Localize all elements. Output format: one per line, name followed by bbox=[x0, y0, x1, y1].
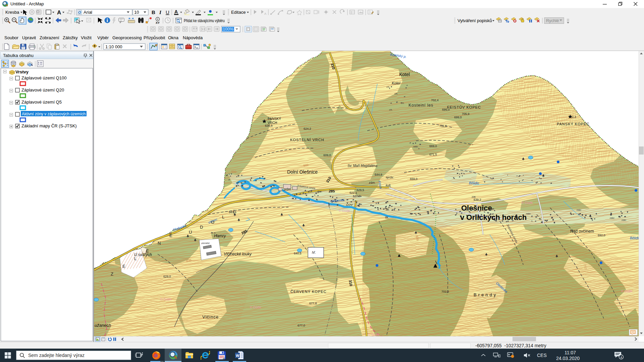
svg-text:A: A bbox=[264, 12, 266, 15]
svg-text:583,6: 583,6 bbox=[229, 210, 236, 214]
svg-text:100%: 100% bbox=[223, 27, 233, 32]
svg-text:L: L bbox=[134, 256, 137, 261]
svg-text:10: 10 bbox=[134, 10, 139, 15]
svg-text:Z: Z bbox=[111, 272, 113, 277]
svg-text:Záplavové území Q100: Záplavové území Q100 bbox=[21, 75, 66, 80]
svg-text:ČOV: ČOV bbox=[346, 203, 353, 206]
svg-text:Ú: Ú bbox=[189, 230, 192, 235]
svg-text:677,0: 677,0 bbox=[298, 324, 305, 327]
svg-text:Olešnice: Olešnice bbox=[461, 204, 492, 212]
svg-text:hř.: hř. bbox=[312, 251, 316, 254]
svg-text:1:10 000: 1:10 000 bbox=[105, 44, 122, 49]
svg-text:677,8: 677,8 bbox=[309, 302, 317, 305]
svg-text:ch.: ch. bbox=[386, 85, 390, 88]
svg-text:669,0: 669,0 bbox=[429, 144, 437, 148]
svg-text:699,0: 699,0 bbox=[454, 116, 462, 119]
svg-text:D: D bbox=[200, 225, 203, 230]
svg-text:© ČÚZK: © ČÚZK bbox=[522, 201, 533, 204]
svg-text:W: W bbox=[236, 354, 239, 358]
svg-text:Aktivní zóny v záplavových úze: Aktivní zóny v záplavových územích bbox=[22, 111, 86, 116]
svg-text:Nad ovčínem: Nad ovčínem bbox=[570, 229, 594, 234]
svg-text:XY: XY bbox=[156, 21, 160, 24]
svg-text:A: A bbox=[57, 9, 61, 16]
svg-text:Kresba: Kresba bbox=[5, 10, 19, 15]
svg-text:v Orlických horách: v Orlických horách bbox=[460, 213, 527, 222]
svg-text:ch.: ch. bbox=[401, 102, 405, 105]
svg-text:590: 590 bbox=[231, 170, 236, 173]
svg-text:N: N bbox=[158, 241, 161, 246]
svg-text:Brendy: Brendy bbox=[474, 292, 497, 297]
svg-text:ch.: ch. bbox=[389, 108, 393, 111]
svg-text:Vytváření popisků: Vytváření popisků bbox=[458, 18, 492, 23]
svg-text:rekr.: rekr. bbox=[413, 145, 419, 148]
svg-text:Hamry: Hamry bbox=[214, 234, 226, 238]
svg-text:659,0: 659,0 bbox=[410, 177, 418, 181]
svg-text:Kosteiní les: Kosteiní les bbox=[409, 103, 433, 108]
svg-text:užanech: užanech bbox=[95, 323, 111, 328]
svg-text:šk.: šk. bbox=[385, 216, 389, 219]
svg-text:E: E bbox=[146, 248, 149, 253]
svg-text:285: 285 bbox=[329, 189, 335, 193]
svg-text:© ČÚZK: © ČÚZK bbox=[368, 333, 380, 336]
svg-text:KOSTELNÍ VRCH: KOSTELNÍ VRCH bbox=[290, 138, 324, 142]
svg-text:zám.: zám. bbox=[369, 181, 376, 184]
svg-text:E: E bbox=[122, 264, 125, 269]
svg-text:Bělidlo: Bělidlo bbox=[630, 236, 639, 240]
svg-text:gar.: gar. bbox=[317, 190, 322, 193]
svg-text:640,5: 640,5 bbox=[294, 252, 302, 255]
svg-text:É: É bbox=[169, 233, 172, 238]
svg-text:Sv. Maří Magdaléna: Sv. Maří Magdaléna bbox=[347, 164, 377, 168]
svg-text:692,0: 692,0 bbox=[598, 234, 605, 237]
svg-text:I: I bbox=[159, 10, 162, 15]
svg-text:Bělidlo: Bělidlo bbox=[469, 181, 479, 185]
svg-text:Vlčinecké louky: Vlčinecké louky bbox=[224, 252, 252, 256]
svg-text:rekr.: rekr. bbox=[610, 217, 615, 220]
svg-text:prům.: prům. bbox=[283, 188, 291, 191]
svg-text:FEISTŮV KOPEC: FEISTŮV KOPEC bbox=[447, 105, 481, 109]
svg-text:U svatých: U svatých bbox=[134, 252, 152, 257]
svg-text:622,2: 622,2 bbox=[353, 194, 361, 198]
svg-text:600: 600 bbox=[303, 163, 309, 167]
svg-text:B: B bbox=[152, 9, 155, 15]
svg-text:správ.: správ. bbox=[386, 176, 394, 179]
svg-text:zeměd.: zeměd. bbox=[201, 242, 210, 245]
svg-text:705,9: 705,9 bbox=[462, 112, 470, 116]
svg-text:702,3: 702,3 bbox=[441, 290, 449, 293]
svg-text:© ČÚZK: © ČÚZK bbox=[621, 290, 633, 293]
svg-text:rekr.: rekr. bbox=[577, 208, 582, 212]
svg-text:609,0: 609,0 bbox=[323, 154, 331, 157]
svg-text:PANSKÝ KOPEC: PANSKÝ KOPEC bbox=[557, 122, 589, 126]
svg-text:4: 4 bbox=[621, 356, 622, 359]
svg-text:Přidat ke stávajícímu výběru: Přidat ke stávajícímu výběru bbox=[184, 18, 225, 23]
svg-text:Kotel: Kotel bbox=[392, 81, 400, 85]
svg-text:702,4: 702,4 bbox=[431, 99, 439, 102]
svg-text:629,5: 629,5 bbox=[357, 188, 364, 192]
svg-text:ČERVENÝ KOPEC: ČERVENÝ KOPEC bbox=[290, 290, 327, 294]
svg-text:Editace: Editace bbox=[231, 10, 246, 15]
svg-text:Základní mapy ČR (S-JTSK): Základní mapy ČR (S-JTSK) bbox=[21, 123, 77, 128]
svg-text:622,1: 622,1 bbox=[350, 191, 357, 194]
svg-text:671,5: 671,5 bbox=[429, 153, 437, 156]
svg-text:Vlčince: Vlčince bbox=[202, 314, 219, 319]
svg-text:Vrstvy: Vrstvy bbox=[15, 69, 29, 74]
svg-text:© ČÚZK: © ČÚZK bbox=[160, 298, 172, 301]
svg-text:Kotel: Kotel bbox=[399, 72, 410, 77]
svg-text:Arial: Arial bbox=[84, 10, 92, 15]
svg-text:O: O bbox=[78, 10, 81, 14]
svg-text:644,8: 644,8 bbox=[375, 173, 382, 176]
svg-text:PANSKÝ: PANSKÝ bbox=[268, 117, 281, 121]
svg-text:695,0: 695,0 bbox=[442, 108, 450, 111]
svg-text:šk.: šk. bbox=[386, 208, 390, 211]
svg-text:L: L bbox=[222, 215, 224, 220]
svg-text:rekr.: rekr. bbox=[526, 212, 531, 215]
svg-text:206: 206 bbox=[472, 196, 476, 198]
svg-text:rekr.: rekr. bbox=[622, 219, 627, 222]
svg-text:U: U bbox=[166, 9, 169, 15]
svg-text:629,0: 629,0 bbox=[163, 275, 171, 278]
svg-text:Rychlé: Rychlé bbox=[546, 18, 559, 23]
svg-text:624,2: 624,2 bbox=[304, 127, 311, 130]
svg-text:kult.: kult. bbox=[386, 184, 391, 187]
svg-text:711,0: 711,0 bbox=[439, 124, 447, 128]
svg-text:639,2: 639,2 bbox=[474, 198, 481, 201]
svg-text:636,8: 636,8 bbox=[265, 124, 273, 127]
